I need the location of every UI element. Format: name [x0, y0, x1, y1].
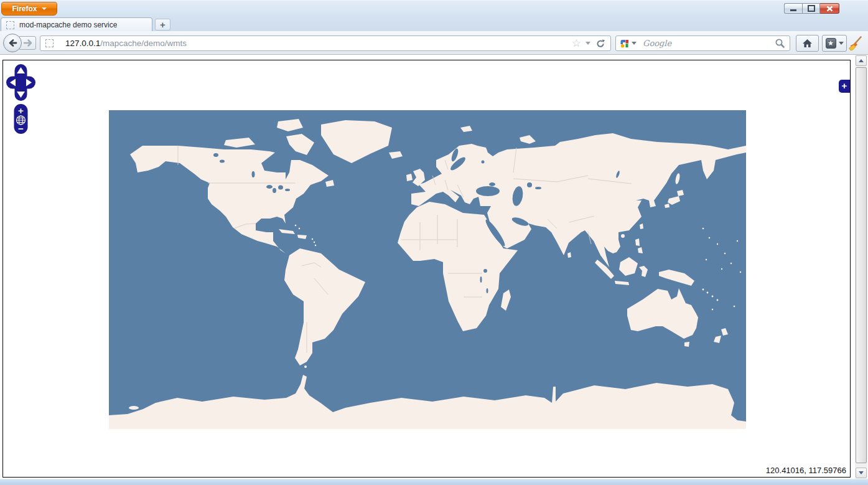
hudson-bay [267, 156, 286, 171]
url-bar[interactable]: 127.0.0.1/mapcache/demo/wmts ☆ [40, 35, 611, 51]
bookmarks-dropdown-icon [839, 42, 844, 45]
aral-sea [527, 182, 532, 187]
lake-superior [266, 185, 273, 189]
great-slave-lake [220, 160, 225, 163]
page-content: + − + 120.41016, 117.59766 [0, 55, 855, 479]
zoom-out-icon[interactable]: − [18, 123, 24, 134]
search-engine-google-icon[interactable] [620, 39, 630, 49]
antarctic-peninsula-island-1 [304, 365, 307, 368]
lake-balkhash [535, 187, 541, 189]
scrollbar-thumb[interactable] [856, 67, 867, 463]
new-tab-button[interactable]: + [155, 19, 170, 31]
bookmark-star-icon[interactable]: ☆ [572, 38, 581, 49]
tab-title: mod-mapcache demo service [19, 21, 117, 29]
scroll-up-icon [859, 59, 864, 62]
window-controls [784, 3, 839, 14]
forward-arrow-icon [22, 38, 34, 48]
tab-mod-mapcache[interactable]: mod-mapcache demo service [1, 17, 152, 32]
url-path: /mapcache/demo/wmts [100, 39, 187, 48]
island-tasmania [684, 342, 689, 347]
scrollbar-up-button[interactable] [856, 55, 867, 66]
back-button[interactable] [3, 34, 22, 52]
layer-switcher-maximize-button[interactable]: + [839, 80, 850, 93]
broom-icon [847, 35, 864, 52]
panzoom-control[interactable]: + − [6, 64, 35, 134]
minimize-icon [790, 9, 796, 11]
back-arrow-icon [6, 36, 19, 50]
url-text: 127.0.0.1/mapcache/demo/wmts [65, 39, 572, 48]
minimize-button[interactable] [784, 3, 802, 14]
search-engine-dropdown-icon[interactable] [632, 42, 637, 45]
lake-michigan [273, 188, 276, 193]
great-bear-lake [213, 153, 218, 157]
forward-button[interactable] [19, 36, 36, 50]
close-button[interactable] [820, 3, 839, 14]
tab-favicon-placeholder-icon [6, 21, 14, 29]
chevron-down-icon [42, 7, 47, 10]
lake-erie-ontario [285, 189, 290, 191]
url-domain: 127.0.0.1 [65, 39, 100, 48]
site-identity-icon[interactable] [45, 39, 54, 47]
addon-broom-button[interactable] [846, 34, 865, 52]
search-box[interactable] [615, 35, 790, 51]
pan-cross[interactable] [6, 64, 35, 101]
mouse-position-readout: 120.41016, 117.59766 [766, 466, 846, 475]
search-input[interactable] [642, 38, 775, 49]
island-hainan [621, 234, 625, 238]
vertical-scrollbar[interactable] [855, 55, 867, 479]
titlebar: Firefox mod-mapcache demo service + [0, 0, 868, 31]
antarctic-peninsula-island-2 [301, 360, 303, 362]
scrollbar-down-button[interactable] [856, 468, 867, 478]
world-map[interactable] [109, 110, 746, 429]
bookmarks-star-icon: ★ [826, 38, 836, 49]
bookmarks-button[interactable]: ★ [822, 35, 847, 52]
island-luzon [635, 238, 640, 246]
urlbar-dropdown-icon[interactable] [586, 42, 590, 45]
zoom-in-icon[interactable]: + [18, 105, 24, 116]
window-bottom-border [0, 479, 868, 485]
restore-icon [808, 5, 815, 12]
firefox-menu-button[interactable]: Firefox [1, 2, 57, 16]
sea-of-azov [489, 182, 495, 186]
lake-huron [278, 186, 283, 190]
lake-malawi [487, 288, 488, 293]
antarctic-island [129, 406, 139, 410]
search-magnifier-icon[interactable] [775, 38, 785, 49]
restore-button[interactable] [802, 3, 820, 14]
zoom-bar[interactable]: + − [14, 104, 28, 134]
lake-winnipeg [252, 171, 255, 177]
map-viewport[interactable]: + − + 120.41016, 117.59766 [2, 60, 851, 478]
lake-tanganyika [480, 276, 482, 283]
lake-ladoga [482, 161, 485, 164]
home-icon [802, 39, 813, 48]
browser-window: Firefox mod-mapcache demo service + 127.… [0, 0, 868, 485]
black-sea [476, 186, 500, 196]
lake-victoria [483, 269, 487, 273]
close-icon [826, 6, 833, 12]
reload-icon[interactable] [595, 39, 605, 49]
firefox-menu-label: Firefox [12, 4, 37, 13]
scroll-down-icon [859, 471, 864, 474]
home-button[interactable] [796, 35, 819, 52]
